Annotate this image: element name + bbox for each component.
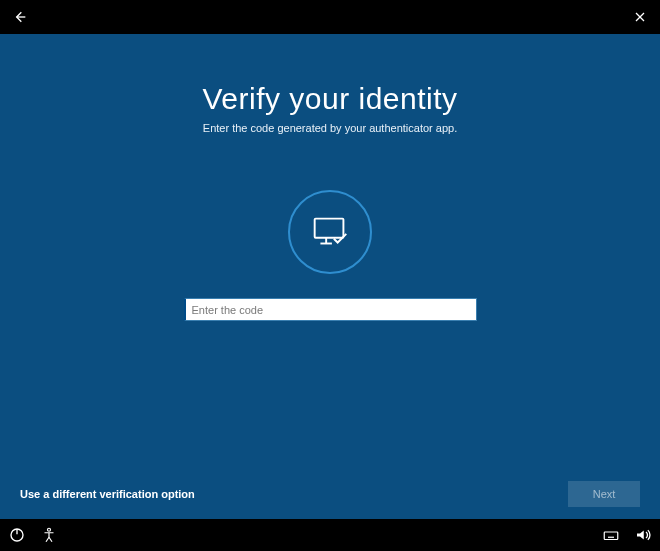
monitor-check-icon bbox=[288, 190, 372, 274]
page-title: Verify your identity bbox=[202, 82, 457, 116]
page-subtitle: Enter the code generated by your authent… bbox=[203, 122, 457, 134]
back-icon[interactable] bbox=[6, 3, 34, 31]
main-panel: Verify your identity Enter the code gene… bbox=[0, 34, 660, 519]
power-icon[interactable] bbox=[8, 526, 26, 544]
ease-of-access-icon[interactable] bbox=[40, 526, 58, 544]
volume-icon[interactable] bbox=[634, 526, 652, 544]
title-bar bbox=[0, 0, 660, 34]
svg-marker-14 bbox=[637, 531, 644, 540]
footer-row: Use a different verification option Next bbox=[0, 481, 660, 507]
close-icon[interactable] bbox=[626, 3, 654, 31]
svg-rect-9 bbox=[604, 532, 618, 540]
alt-verification-link[interactable]: Use a different verification option bbox=[20, 488, 195, 500]
keyboard-icon[interactable] bbox=[602, 526, 620, 544]
next-button[interactable]: Next bbox=[568, 481, 640, 507]
code-input[interactable] bbox=[184, 298, 477, 321]
svg-point-8 bbox=[48, 528, 51, 531]
svg-rect-3 bbox=[315, 219, 344, 238]
system-tray bbox=[0, 519, 660, 551]
